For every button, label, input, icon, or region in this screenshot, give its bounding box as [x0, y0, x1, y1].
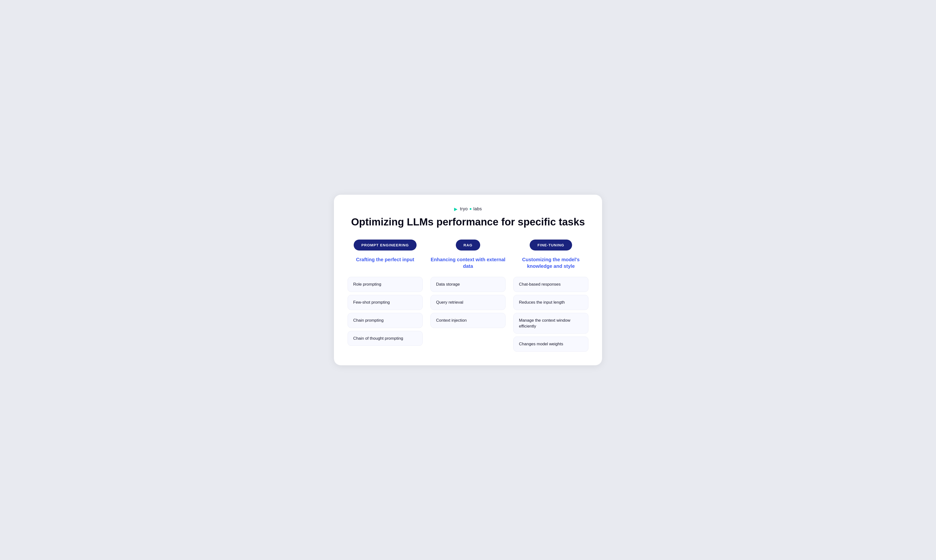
- logo-text-labs: labs: [473, 206, 482, 212]
- logo-text-tryo: tryo: [460, 206, 468, 212]
- tryo-arrow-icon: ▶: [454, 206, 457, 212]
- column-header-fine-tuning: FINE-TUNING: [513, 240, 588, 251]
- list-item: Few-shot prompting: [348, 295, 423, 310]
- column-header-rag: RAG: [431, 240, 505, 251]
- page-title: Optimizing LLMs performance for specific…: [348, 216, 588, 228]
- column-rag: RAGEnhancing context with external dataD…: [431, 240, 505, 352]
- column-header-prompt-engineering: PROMPT ENGINEERING: [348, 240, 423, 251]
- list-item: Chat-based responses: [513, 277, 588, 292]
- logo-area: ▶ tryo labs: [348, 206, 588, 212]
- column-fine-tuning: FINE-TUNINGCustomizing the model's knowl…: [513, 240, 588, 352]
- category-badge-rag: RAG: [456, 240, 480, 251]
- list-item: Context injection: [431, 313, 505, 328]
- list-item: Manage the context window efficiently: [513, 313, 588, 334]
- items-list-rag: Data storageQuery retrievalContext injec…: [431, 277, 505, 328]
- items-list-fine-tuning: Chat-based responsesReduces the input le…: [513, 277, 588, 352]
- column-subtitle-rag: Enhancing context with external data: [431, 256, 505, 271]
- list-item: Chain prompting: [348, 313, 423, 328]
- items-list-prompt-engineering: Role promptingFew-shot promptingChain pr…: [348, 277, 423, 346]
- list-item: Chain of thought prompting: [348, 331, 423, 346]
- column-subtitle-fine-tuning: Customizing the model's knowledge and st…: [513, 256, 588, 271]
- column-prompt-engineering: PROMPT ENGINEERINGCrafting the perfect i…: [348, 240, 423, 352]
- list-item: Changes model weights: [513, 337, 588, 352]
- columns-container: PROMPT ENGINEERINGCrafting the perfect i…: [348, 240, 588, 352]
- list-item: Data storage: [431, 277, 505, 292]
- category-badge-fine-tuning: FINE-TUNING: [530, 240, 572, 251]
- column-subtitle-prompt-engineering: Crafting the perfect input: [348, 256, 423, 271]
- logo-dot: [470, 208, 471, 210]
- list-item: Role prompting: [348, 277, 423, 292]
- category-badge-prompt-engineering: PROMPT ENGINEERING: [354, 240, 417, 251]
- main-card: ▶ tryo labs Optimizing LLMs performance …: [334, 195, 602, 365]
- list-item: Reduces the input length: [513, 295, 588, 310]
- list-item: Query retrieval: [431, 295, 505, 310]
